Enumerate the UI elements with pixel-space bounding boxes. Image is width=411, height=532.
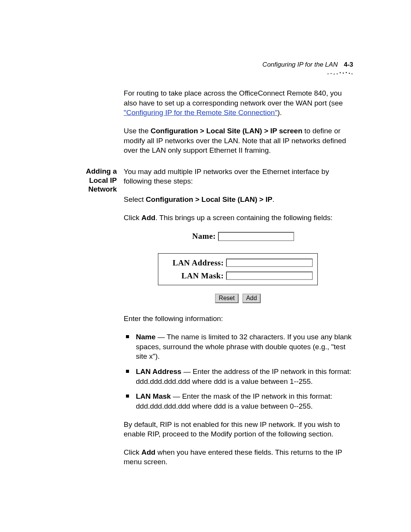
svg-point-3 [337,73,338,74]
svg-point-4 [340,72,341,73]
intro-p1-pre: For routing to take place across the Off… [124,89,343,107]
lan-address-input[interactable] [226,259,313,267]
bullet-title-lan-mask: LAN Mask [136,392,171,400]
section-p1: You may add multiple IP networks over th… [124,167,352,186]
bullet-title-lan-address: LAN Address [136,367,182,375]
running-title: Configuring IP for the LAN [263,61,338,69]
section-p3-bold: Add [141,214,155,222]
embedded-form: Name: LAN Address: LAN Mask: Reset Add [158,231,318,303]
add-button[interactable]: Add [242,294,261,303]
intro-paragraph-2: Use the Configuration > Local Site (LAN)… [124,126,352,155]
svg-point-7 [349,73,350,74]
svg-point-6 [346,72,347,73]
lan-mask-input[interactable] [226,272,313,280]
bullet-title-name: Name [136,333,156,341]
list-item: LAN Address — Enter the address of the I… [124,367,352,386]
bullet-sep-2: — [171,392,182,400]
running-header: Configuring IP for the LAN 4-3 [263,61,353,75]
section-p3-pre: Click [124,214,141,222]
intro-p2-pre: Use the [124,127,151,135]
name-label: Name: [182,231,216,241]
intro-p1-post: ). [277,109,282,117]
intro-p2-bold: Configuration > Local Site (LAN) > IP sc… [151,127,303,135]
list-item: Name — The name is limited to 32 charact… [124,332,352,361]
svg-point-5 [343,73,344,74]
section-p6-post: when you have entered these fields. This… [124,448,342,466]
svg-point-0 [328,73,328,74]
intro-paragraph-1: For routing to take place across the Off… [124,88,352,118]
svg-point-8 [352,73,352,74]
margin-heading-adding-local-ip: Adding a Local IP Network [67,167,117,194]
field-bullet-list: Name — The name is limited to 32 charact… [124,332,352,411]
lan-fieldset: LAN Address: LAN Mask: [158,253,318,286]
section-p2: Select Configuration > Local Site (LAN) … [124,195,352,204]
lan-address-label: LAN Address: [163,257,224,268]
section-p-after-form: Enter the following information: [124,314,352,324]
svg-point-1 [331,73,331,74]
section-p3: Click Add. This brings up a screen conta… [124,213,352,223]
header-dots-icon [327,71,353,75]
lan-mask-label: LAN Mask: [163,270,224,281]
bullet-sep-1: — [182,367,193,375]
link-configuring-remote-site[interactable]: "Configuring IP for the Remote Site Conn… [124,109,277,117]
list-item: LAN Mask — Enter the mask of the IP netw… [124,391,352,411]
reset-button[interactable]: Reset [215,294,239,303]
name-input[interactable] [218,232,294,241]
section-p5: By default, RIP is not enabled for this … [124,420,352,439]
section-p2-post: . [272,195,274,203]
section-p3-post: . This brings up a screen containing the… [155,214,332,222]
bullet-sep-0: — [156,333,167,341]
svg-point-2 [334,73,335,74]
section-p6-bold: Add [141,448,155,456]
section-p2-pre: Select [124,195,146,203]
section-p2-bold: Configuration > Local Site (LAN) > IP [146,195,272,203]
section-p6: Click Add when you have entered these fi… [124,447,352,467]
section-p6-pre: Click [124,448,141,456]
bullet-text-0: The name is limited to 32 characters. If… [136,333,352,360]
page-number: 4-3 [344,61,353,69]
